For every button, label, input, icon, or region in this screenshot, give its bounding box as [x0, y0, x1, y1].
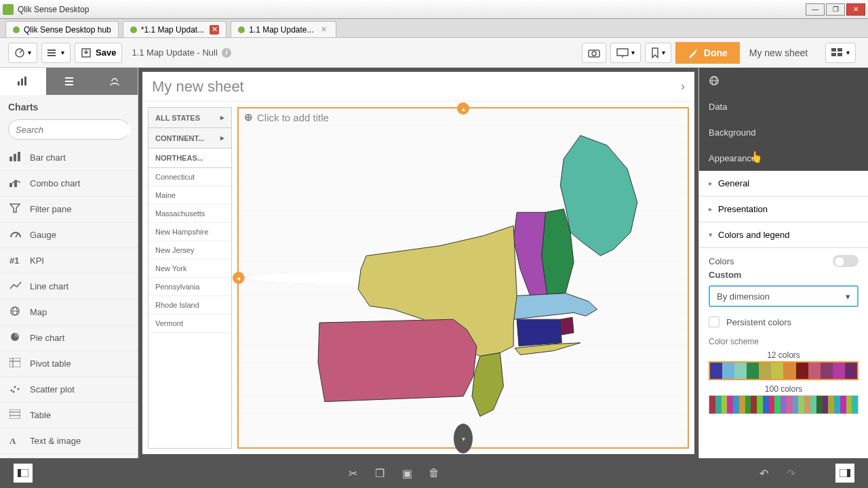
accordion-colors-legend[interactable]: Colors and legend [699, 222, 868, 248]
tab-map-update-active[interactable]: *1.1 Map Updat... ✕ [123, 21, 226, 37]
properties-globe-icon[interactable] [699, 68, 868, 94]
sheet-name-label: My new sheet [749, 47, 808, 58]
panel-section-appearance[interactable]: Appearance [699, 145, 868, 171]
save-button[interactable]: Save [75, 43, 122, 63]
color-mode-select[interactable]: By dimension ▾ [709, 285, 859, 307]
chart-item-line-chart[interactable]: Line chart [0, 274, 138, 300]
chart-type-icon [9, 331, 23, 344]
charts-search[interactable] [8, 119, 130, 140]
snapshot-button[interactable] [582, 43, 606, 63]
undo-button[interactable]: ↶ [754, 464, 773, 483]
tabbar: Qlik Sense Desktop hub *1.1 Map Updat...… [0, 19, 868, 38]
filter-pane[interactable]: ALL STATES▸ CONTINENT...▸ NORTHEAS... Co… [148, 107, 232, 449]
chart-item-bar-chart[interactable]: Bar chart [0, 145, 138, 171]
assets-panel: Charts Bar chartCombo chartFilter paneGa… [0, 68, 138, 458]
resize-handle-left[interactable]: ◂ [233, 272, 245, 284]
copy-button[interactable]: ❐ [370, 464, 389, 483]
colors-toggle[interactable] [833, 255, 859, 267]
resize-handle-top[interactable]: ▴ [457, 102, 469, 115]
sheet-header: My new sheet › [142, 72, 694, 102]
svg-rect-9 [831, 48, 836, 52]
map-object[interactable]: ⊕Click to add title ▴ ▾ ◂ ▸ [237, 107, 689, 449]
accordion-general[interactable]: General [699, 171, 868, 197]
delete-button[interactable]: 🗑 [425, 464, 443, 483]
maximize-button[interactable]: ❐ [826, 3, 845, 16]
filter-all-states[interactable]: ALL STATES▸ [149, 108, 231, 128]
sheet-title[interactable]: My new sheet [152, 78, 681, 96]
chart-item-scatter-plot[interactable]: Scatter plot [0, 377, 138, 403]
tab-label: Qlik Sense Desktop hub [24, 25, 111, 35]
filter-item[interactable]: New York [149, 260, 231, 278]
filter-continent[interactable]: CONTINENT...▸ [149, 128, 231, 148]
tab-hub[interactable]: Qlik Sense Desktop hub [5, 21, 119, 37]
app-icon [3, 4, 14, 15]
svg-rect-22 [14, 154, 16, 161]
sheets-grid-button[interactable]: ▾ [825, 43, 856, 63]
svg-rect-5 [589, 50, 599, 57]
svg-point-34 [11, 390, 13, 392]
done-button[interactable]: Done [675, 42, 740, 64]
custom-label: Custom [709, 270, 859, 280]
tab-close-icon[interactable]: ✕ [319, 25, 329, 35]
svg-rect-47 [847, 469, 850, 477]
panel-section-data[interactable]: Data [699, 94, 868, 119]
master-items-tab[interactable] [92, 68, 138, 95]
chart-item-map[interactable]: Map [0, 300, 138, 325]
cut-button[interactable]: ✂ [343, 464, 362, 483]
chart-item-text-image[interactable]: AText & image [0, 428, 138, 454]
nav-menu-button[interactable]: ▾ [8, 43, 37, 63]
expand-left-button[interactable] [14, 464, 33, 483]
chart-item-pie-chart[interactable]: Pie chart [0, 325, 138, 351]
persistent-colors-checkbox[interactable]: Persistent colors [709, 317, 859, 327]
bookmark-button[interactable]: ▾ [645, 43, 671, 63]
info-icon[interactable]: i [222, 48, 231, 58]
charts-tab[interactable] [0, 68, 46, 95]
chart-item-combo-chart[interactable]: Combo chart [0, 171, 138, 197]
filter-item[interactable]: Connecticut [149, 168, 231, 186]
chart-item-gauge[interactable]: Gauge [0, 222, 138, 248]
minimize-button[interactable]: — [806, 3, 825, 16]
filter-item[interactable]: Maine [149, 186, 231, 205]
accordion-presentation[interactable]: Presentation [699, 197, 868, 222]
list-menu-button[interactable]: ▾ [41, 43, 71, 63]
tab-dot-icon [13, 26, 20, 33]
main-area: Charts Bar chartCombo chartFilter paneGa… [0, 68, 868, 458]
close-button[interactable]: ✕ [846, 3, 865, 16]
filter-item[interactable]: Massachusetts [149, 205, 231, 223]
chart-item-pivot-table[interactable]: Pivot table [0, 351, 138, 377]
filter-item[interactable]: Vermont [149, 314, 231, 333]
search-input[interactable] [16, 125, 130, 135]
chevron-down-icon: ▾ [846, 291, 850, 302]
tab-close-icon[interactable]: ✕ [210, 25, 219, 35]
next-sheet-button[interactable]: › [681, 79, 685, 94]
sheet-canvas: My new sheet › ALL STATES▸ CONTINENT...▸… [138, 68, 698, 458]
svg-rect-14 [21, 79, 23, 85]
redo-button[interactable]: ↷ [781, 464, 800, 483]
svg-rect-21 [9, 157, 12, 161]
tab-map-update[interactable]: 1.1 Map Update... ✕ [231, 21, 336, 37]
filter-item[interactable]: New Hampshire [149, 223, 231, 241]
panel-section-background[interactable]: Background 👆 [699, 119, 868, 145]
svg-rect-25 [14, 181, 17, 187]
chart-type-icon: A [9, 436, 23, 447]
filter-item[interactable]: Pennsylvania [149, 278, 231, 296]
color-scheme-100[interactable] [709, 395, 859, 414]
svg-rect-13 [18, 81, 20, 85]
tab-label: 1.1 Map Update... [249, 25, 313, 35]
chart-item-table[interactable]: Table [0, 403, 138, 428]
expand-right-button[interactable] [835, 464, 854, 483]
fields-tab[interactable] [46, 68, 92, 95]
color-scheme-12[interactable] [709, 361, 859, 380]
present-button[interactable]: ▾ [610, 43, 641, 63]
chart-type-icon [9, 384, 23, 395]
filter-item[interactable]: New Jersey [149, 241, 231, 260]
chart-type-icon [9, 306, 23, 319]
tab-label: *1.1 Map Updat... [141, 25, 204, 35]
paste-button[interactable]: ▣ [397, 464, 416, 483]
svg-rect-7 [617, 49, 628, 56]
chart-item-filter-pane[interactable]: Filter pane [0, 197, 138, 222]
assets-panel-tabs [0, 68, 138, 95]
chart-item-kpi[interactable]: #1KPI [0, 248, 138, 274]
filter-region[interactable]: NORTHEAS... [149, 148, 231, 168]
filter-item[interactable]: Rhode Island [149, 296, 231, 314]
